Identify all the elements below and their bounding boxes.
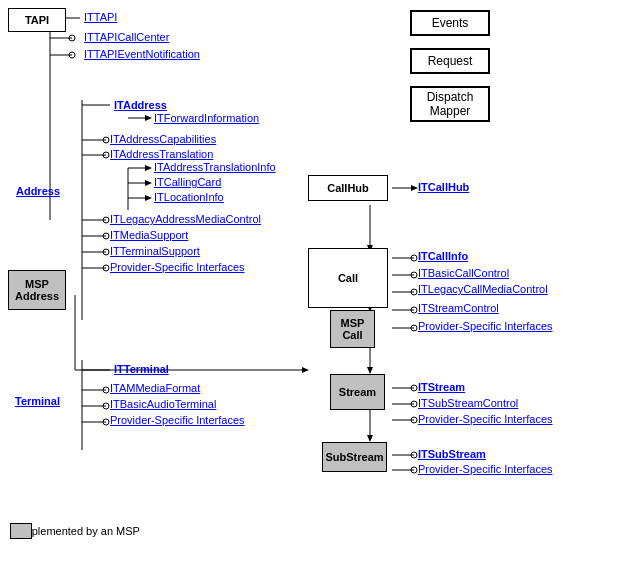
svg-marker-18 [145,180,152,186]
itforwardinformation-link[interactable]: ITForwardInformation [154,112,259,124]
provider-specific-4-link[interactable]: Provider-Specific Interfaces [418,413,553,425]
svg-marker-42 [411,185,418,191]
svg-marker-9 [145,115,152,121]
svg-point-22 [103,217,109,223]
ittapieventnotification-link[interactable]: ITTAPIEventNotification [84,48,200,60]
provider-specific-3-link[interactable]: Provider-Specific Interfaces [110,414,245,426]
request-button[interactable]: Request [410,48,490,74]
tapi-box: TAPI [8,8,66,32]
tapi-label: TAPI [25,14,49,26]
svg-point-13 [103,152,109,158]
itterminal-link[interactable]: ITTerminal [114,363,169,375]
svg-point-5 [69,52,75,58]
svg-point-56 [411,325,417,331]
itterminalsupport-link[interactable]: ITTerminalSupport [110,245,200,257]
msp-call-box: MSPCall [330,310,375,348]
itlegacyaddressmediacontrol-link[interactable]: ITLegacyAddressMediaControl [110,213,261,225]
svg-marker-58 [367,367,373,374]
msp-call-label: MSPCall [341,317,365,341]
itmediasupport-link[interactable]: ITMediaSupport [110,229,188,241]
call-label: Call [338,272,358,284]
itaddress-link[interactable]: ITAddress [114,99,167,111]
substream-label: SubStream [325,451,383,463]
events-button[interactable]: Events [410,10,490,36]
svg-point-3 [69,35,75,41]
svg-point-62 [411,401,417,407]
call-box: Call [308,248,388,308]
svg-point-48 [411,255,417,261]
svg-point-68 [411,452,417,458]
svg-point-50 [411,272,417,278]
itammediaformat-link[interactable]: ITAMMediaFormat [110,382,200,394]
svg-point-52 [411,289,417,295]
svg-point-37 [103,403,109,409]
substream-box: SubStream [322,442,387,472]
svg-point-35 [103,387,109,393]
ittapicallcenter-link[interactable]: ITTAPICallCenter [84,31,169,43]
svg-point-24 [103,233,109,239]
address-label[interactable]: Address [8,185,68,197]
ittapi-link[interactable]: ITTAPI [84,11,117,23]
legend: = Implemented by an MSP [10,525,140,537]
svg-point-39 [103,419,109,425]
svg-marker-20 [145,195,152,201]
itstreamcontrol-link[interactable]: ITStreamControl [418,302,499,314]
itaddresstranslationinfo-link[interactable]: ITAddressTranslationInfo [154,161,276,173]
itcallinfo-link[interactable]: ITCallInfo [418,250,468,262]
stream-box: Stream [330,374,385,410]
itsubstreamcontrol-link[interactable]: ITSubStreamControl [418,397,518,409]
svg-point-60 [411,385,417,391]
svg-point-28 [103,265,109,271]
itcallhub-link[interactable]: ITCallHub [418,181,469,193]
itsubstream-link[interactable]: ITSubStream [418,448,486,460]
callhub-label: CallHub [327,182,369,194]
diagram: TAPI ITTAPI ITTAPICallCenter ITTAPIEvent… [0,0,628,569]
provider-specific-5-link[interactable]: Provider-Specific Interfaces [418,463,553,475]
svg-point-64 [411,417,417,423]
terminal-label[interactable]: Terminal [5,395,70,407]
dispatch-mapper-button[interactable]: Dispatch Mapper [410,86,490,122]
provider-specific-2-link[interactable]: Provider-Specific Interfaces [418,320,553,332]
svg-point-11 [103,137,109,143]
itbasicaudioterminal-link[interactable]: ITBasicAudioTerminal [110,398,216,410]
callhub-box: CallHub [308,175,388,201]
svg-point-70 [411,467,417,473]
itstream-link[interactable]: ITStream [418,381,465,393]
svg-marker-16 [145,165,152,171]
legend-box [10,523,32,539]
svg-marker-31 [302,367,309,373]
itlocationinfo-link[interactable]: ITLocationInfo [154,191,224,203]
svg-point-26 [103,249,109,255]
itlegacycallmediacontrol-link[interactable]: ITLegacyCallMediaControl [418,283,548,295]
provider-specific-1-link[interactable]: Provider-Specific Interfaces [110,261,245,273]
itcallingcard-link[interactable]: ITCallingCard [154,176,221,188]
svg-marker-66 [367,435,373,442]
itaddresstranslation-link[interactable]: ITAddressTranslation [110,148,213,160]
itaddresscapabilities-link[interactable]: ITAddressCapabilities [110,133,216,145]
itbasiccallcontrol-link[interactable]: ITBasicCallControl [418,267,509,279]
stream-label: Stream [339,386,376,398]
svg-point-54 [411,307,417,313]
msp-address-box: MSPAddress [8,270,66,310]
msp-address-label: MSPAddress [15,278,59,302]
